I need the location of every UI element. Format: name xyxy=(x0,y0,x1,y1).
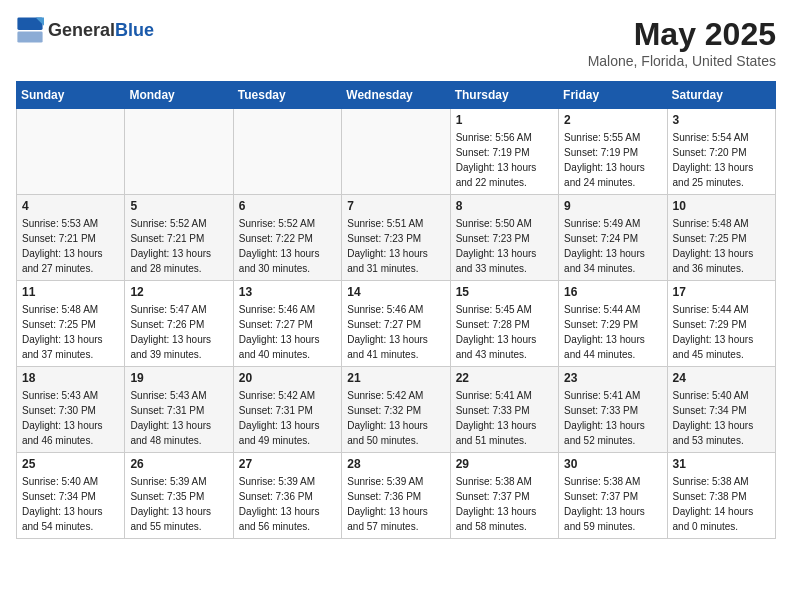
calendar-cell: 12Sunrise: 5:47 AMSunset: 7:26 PMDayligh… xyxy=(125,281,233,367)
calendar-cell: 14Sunrise: 5:46 AMSunset: 7:27 PMDayligh… xyxy=(342,281,450,367)
day-info: Sunrise: 5:49 AMSunset: 7:24 PMDaylight:… xyxy=(564,216,661,276)
calendar-cell: 10Sunrise: 5:48 AMSunset: 7:25 PMDayligh… xyxy=(667,195,775,281)
header-day-friday: Friday xyxy=(559,82,667,109)
week-row-4: 18Sunrise: 5:43 AMSunset: 7:30 PMDayligh… xyxy=(17,367,776,453)
week-row-1: 1Sunrise: 5:56 AMSunset: 7:19 PMDaylight… xyxy=(17,109,776,195)
calendar-cell: 21Sunrise: 5:42 AMSunset: 7:32 PMDayligh… xyxy=(342,367,450,453)
day-info: Sunrise: 5:48 AMSunset: 7:25 PMDaylight:… xyxy=(22,302,119,362)
logo-icon xyxy=(16,16,44,44)
calendar-cell: 11Sunrise: 5:48 AMSunset: 7:25 PMDayligh… xyxy=(17,281,125,367)
day-number: 15 xyxy=(456,285,553,299)
calendar-cell: 20Sunrise: 5:42 AMSunset: 7:31 PMDayligh… xyxy=(233,367,341,453)
calendar-cell: 13Sunrise: 5:46 AMSunset: 7:27 PMDayligh… xyxy=(233,281,341,367)
calendar-cell: 19Sunrise: 5:43 AMSunset: 7:31 PMDayligh… xyxy=(125,367,233,453)
calendar-header-row: SundayMondayTuesdayWednesdayThursdayFrid… xyxy=(17,82,776,109)
calendar-cell: 18Sunrise: 5:43 AMSunset: 7:30 PMDayligh… xyxy=(17,367,125,453)
calendar-cell: 24Sunrise: 5:40 AMSunset: 7:34 PMDayligh… xyxy=(667,367,775,453)
day-number: 25 xyxy=(22,457,119,471)
day-number: 10 xyxy=(673,199,770,213)
calendar-cell: 7Sunrise: 5:51 AMSunset: 7:23 PMDaylight… xyxy=(342,195,450,281)
day-number: 8 xyxy=(456,199,553,213)
day-info: Sunrise: 5:52 AMSunset: 7:21 PMDaylight:… xyxy=(130,216,227,276)
header-day-thursday: Thursday xyxy=(450,82,558,109)
logo-general: General xyxy=(48,20,115,40)
day-info: Sunrise: 5:46 AMSunset: 7:27 PMDaylight:… xyxy=(347,302,444,362)
day-info: Sunrise: 5:43 AMSunset: 7:31 PMDaylight:… xyxy=(130,388,227,448)
header: GeneralBlue May 2025 Malone, Florida, Un… xyxy=(16,16,776,69)
calendar-cell: 2Sunrise: 5:55 AMSunset: 7:19 PMDaylight… xyxy=(559,109,667,195)
calendar-cell: 4Sunrise: 5:53 AMSunset: 7:21 PMDaylight… xyxy=(17,195,125,281)
day-info: Sunrise: 5:52 AMSunset: 7:22 PMDaylight:… xyxy=(239,216,336,276)
week-row-3: 11Sunrise: 5:48 AMSunset: 7:25 PMDayligh… xyxy=(17,281,776,367)
day-info: Sunrise: 5:44 AMSunset: 7:29 PMDaylight:… xyxy=(564,302,661,362)
calendar-cell: 23Sunrise: 5:41 AMSunset: 7:33 PMDayligh… xyxy=(559,367,667,453)
day-info: Sunrise: 5:38 AMSunset: 7:37 PMDaylight:… xyxy=(564,474,661,534)
calendar-cell xyxy=(125,109,233,195)
calendar-table: SundayMondayTuesdayWednesdayThursdayFrid… xyxy=(16,81,776,539)
calendar-cell: 3Sunrise: 5:54 AMSunset: 7:20 PMDaylight… xyxy=(667,109,775,195)
day-number: 7 xyxy=(347,199,444,213)
calendar-cell: 22Sunrise: 5:41 AMSunset: 7:33 PMDayligh… xyxy=(450,367,558,453)
day-number: 9 xyxy=(564,199,661,213)
day-info: Sunrise: 5:46 AMSunset: 7:27 PMDaylight:… xyxy=(239,302,336,362)
day-info: Sunrise: 5:40 AMSunset: 7:34 PMDaylight:… xyxy=(22,474,119,534)
day-number: 14 xyxy=(347,285,444,299)
title-area: May 2025 Malone, Florida, United States xyxy=(588,16,776,69)
day-info: Sunrise: 5:41 AMSunset: 7:33 PMDaylight:… xyxy=(456,388,553,448)
calendar-cell: 26Sunrise: 5:39 AMSunset: 7:35 PMDayligh… xyxy=(125,453,233,539)
day-number: 31 xyxy=(673,457,770,471)
day-info: Sunrise: 5:45 AMSunset: 7:28 PMDaylight:… xyxy=(456,302,553,362)
day-number: 2 xyxy=(564,113,661,127)
day-number: 3 xyxy=(673,113,770,127)
day-number: 26 xyxy=(130,457,227,471)
day-number: 27 xyxy=(239,457,336,471)
day-info: Sunrise: 5:42 AMSunset: 7:31 PMDaylight:… xyxy=(239,388,336,448)
day-number: 17 xyxy=(673,285,770,299)
logo-blue: Blue xyxy=(115,20,154,40)
calendar-cell: 27Sunrise: 5:39 AMSunset: 7:36 PMDayligh… xyxy=(233,453,341,539)
day-number: 19 xyxy=(130,371,227,385)
calendar-cell: 9Sunrise: 5:49 AMSunset: 7:24 PMDaylight… xyxy=(559,195,667,281)
subtitle: Malone, Florida, United States xyxy=(588,53,776,69)
calendar-cell xyxy=(233,109,341,195)
day-info: Sunrise: 5:42 AMSunset: 7:32 PMDaylight:… xyxy=(347,388,444,448)
calendar-cell: 29Sunrise: 5:38 AMSunset: 7:37 PMDayligh… xyxy=(450,453,558,539)
calendar-cell: 15Sunrise: 5:45 AMSunset: 7:28 PMDayligh… xyxy=(450,281,558,367)
calendar-cell: 17Sunrise: 5:44 AMSunset: 7:29 PMDayligh… xyxy=(667,281,775,367)
day-info: Sunrise: 5:41 AMSunset: 7:33 PMDaylight:… xyxy=(564,388,661,448)
day-info: Sunrise: 5:48 AMSunset: 7:25 PMDaylight:… xyxy=(673,216,770,276)
day-number: 16 xyxy=(564,285,661,299)
svg-rect-2 xyxy=(17,31,42,42)
day-info: Sunrise: 5:51 AMSunset: 7:23 PMDaylight:… xyxy=(347,216,444,276)
day-info: Sunrise: 5:38 AMSunset: 7:38 PMDaylight:… xyxy=(673,474,770,534)
day-info: Sunrise: 5:44 AMSunset: 7:29 PMDaylight:… xyxy=(673,302,770,362)
calendar-cell xyxy=(17,109,125,195)
day-info: Sunrise: 5:53 AMSunset: 7:21 PMDaylight:… xyxy=(22,216,119,276)
day-number: 12 xyxy=(130,285,227,299)
day-number: 23 xyxy=(564,371,661,385)
day-number: 5 xyxy=(130,199,227,213)
calendar-cell: 31Sunrise: 5:38 AMSunset: 7:38 PMDayligh… xyxy=(667,453,775,539)
day-info: Sunrise: 5:47 AMSunset: 7:26 PMDaylight:… xyxy=(130,302,227,362)
week-row-5: 25Sunrise: 5:40 AMSunset: 7:34 PMDayligh… xyxy=(17,453,776,539)
day-info: Sunrise: 5:56 AMSunset: 7:19 PMDaylight:… xyxy=(456,130,553,190)
header-day-saturday: Saturday xyxy=(667,82,775,109)
day-number: 4 xyxy=(22,199,119,213)
day-info: Sunrise: 5:55 AMSunset: 7:19 PMDaylight:… xyxy=(564,130,661,190)
calendar-cell: 25Sunrise: 5:40 AMSunset: 7:34 PMDayligh… xyxy=(17,453,125,539)
calendar-cell: 5Sunrise: 5:52 AMSunset: 7:21 PMDaylight… xyxy=(125,195,233,281)
day-info: Sunrise: 5:40 AMSunset: 7:34 PMDaylight:… xyxy=(673,388,770,448)
day-number: 13 xyxy=(239,285,336,299)
day-number: 30 xyxy=(564,457,661,471)
day-number: 28 xyxy=(347,457,444,471)
day-info: Sunrise: 5:38 AMSunset: 7:37 PMDaylight:… xyxy=(456,474,553,534)
day-number: 29 xyxy=(456,457,553,471)
day-number: 1 xyxy=(456,113,553,127)
calendar-cell: 1Sunrise: 5:56 AMSunset: 7:19 PMDaylight… xyxy=(450,109,558,195)
day-number: 11 xyxy=(22,285,119,299)
day-number: 21 xyxy=(347,371,444,385)
day-info: Sunrise: 5:43 AMSunset: 7:30 PMDaylight:… xyxy=(22,388,119,448)
day-number: 20 xyxy=(239,371,336,385)
day-number: 24 xyxy=(673,371,770,385)
week-row-2: 4Sunrise: 5:53 AMSunset: 7:21 PMDaylight… xyxy=(17,195,776,281)
